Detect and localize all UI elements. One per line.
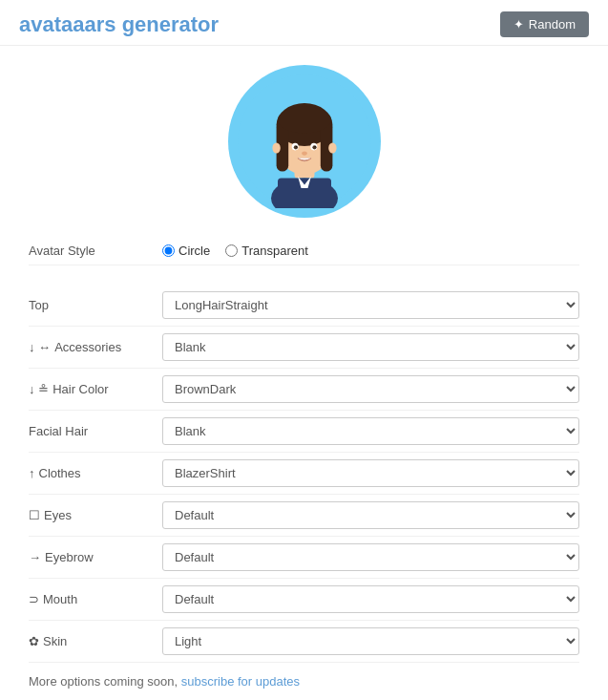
clothes-select[interactable]: BlazerShirtBlazerSweaterCollarSweaterGra… (162, 459, 579, 487)
eyebrow-icon: → (29, 550, 41, 564)
avatar-preview-area (0, 46, 608, 227)
mouth-label: ⊃Mouth (29, 592, 162, 606)
eyebrow-select[interactable]: DefaultAngryAngryNaturalDefaultNaturalFl… (162, 543, 579, 571)
style-circle-radio[interactable] (162, 244, 175, 257)
eyes-label-text: Eyes (44, 508, 72, 522)
eyebrow-label: →Eyebrow (29, 550, 162, 564)
avatar-svg (238, 74, 371, 208)
dynamic-controls: TopLongHairStraightShortHairShortFlatLon… (0, 285, 608, 663)
avatar-style-label: Avatar Style (29, 244, 162, 258)
accessories-icon: ↓ ↔ (29, 340, 51, 354)
facial-hair-row: Facial HairBlankBeardMediumBeardLightBea… (29, 411, 579, 453)
style-circle-label: Circle (178, 244, 210, 258)
hair-color-row: ↓ ≗Hair ColorBrownDarkBrownBlackBlondeBl… (29, 369, 579, 411)
avatar-style-row: Avatar Style Circle Transparent (29, 237, 579, 265)
skin-label: ✿Skin (29, 634, 162, 648)
style-transparent-radio[interactable] (225, 244, 238, 257)
svg-point-9 (278, 107, 331, 134)
hair-color-select[interactable]: BrownDarkBrownBlackBlondeBlondeGoldenAub… (162, 375, 579, 403)
facial-hair-label-text: Facial Hair (29, 424, 88, 438)
eyebrow-input-wrapper: DefaultAngryAngryNaturalDefaultNaturalFl… (162, 543, 579, 571)
more-options-text: More options coming soon, (29, 674, 178, 689)
skin-select[interactable]: LightTannedYellowPaleGoldBrownDarkBrownB… (162, 627, 579, 655)
svg-rect-3 (278, 179, 331, 209)
mouth-select[interactable]: DefaultConcernedDisbeliefEatingGrimaceSa… (162, 585, 579, 613)
app-title: avataaars generator (19, 12, 219, 37)
eyes-icon: ☐ (29, 508, 40, 522)
clothes-label-text: Clothes (39, 466, 81, 480)
hair-color-label-text: Hair Color (52, 382, 109, 396)
clothes-label: ↑Clothes (29, 466, 162, 480)
svg-point-18 (328, 142, 336, 153)
facial-hair-select[interactable]: BlankBeardMediumBeardLightBeardMagesticM… (162, 417, 579, 445)
eyes-select[interactable]: DefaultCloseCryDizzyEyeRollHappyHeartsSi… (162, 501, 579, 529)
skin-icon: ✿ (29, 634, 39, 648)
random-icon: ✦ (514, 17, 524, 32)
clothes-row: ↑ClothesBlazerShirtBlazerSweaterCollarSw… (29, 453, 579, 495)
random-button[interactable]: ✦ Random (500, 11, 589, 37)
svg-point-13 (312, 145, 316, 149)
accessories-label: ↓ ↔Accessories (29, 340, 162, 354)
random-label: Random (529, 17, 576, 32)
clothes-icon: ↑ (29, 466, 35, 480)
facial-hair-input-wrapper: BlankBeardMediumBeardLightBeardMagesticM… (162, 417, 579, 445)
style-circle-option[interactable]: Circle (162, 244, 210, 258)
eyes-input-wrapper: DefaultCloseCryDizzyEyeRollHappyHeartsSi… (162, 501, 579, 529)
avatar-circle (228, 65, 381, 218)
svg-point-12 (293, 145, 297, 149)
mouth-label-text: Mouth (43, 592, 77, 606)
footer-text: More options coming soon, subscribe for … (0, 663, 608, 694)
skin-row: ✿SkinLightTannedYellowPaleGoldBrownDarkB… (29, 621, 579, 663)
top-label: Top (29, 298, 162, 312)
svg-point-14 (295, 146, 296, 147)
mouth-row: ⊃MouthDefaultConcernedDisbeliefEatingGri… (29, 579, 579, 621)
facial-hair-label: Facial Hair (29, 424, 162, 438)
eyes-row: ☐EyesDefaultCloseCryDizzyEyeRollHappyHea… (29, 495, 579, 537)
style-transparent-option[interactable]: Transparent (225, 244, 308, 258)
skin-input-wrapper: LightTannedYellowPaleGoldBrownDarkBrownB… (162, 627, 579, 655)
eyebrow-label-text: Eyebrow (45, 550, 94, 564)
eyebrow-row: →EyebrowDefaultAngryAngryNaturalDefaultN… (29, 537, 579, 579)
svg-point-15 (314, 146, 315, 147)
top-row: TopLongHairStraightShortHairShortFlatLon… (29, 285, 579, 327)
svg-point-16 (302, 152, 307, 156)
top-select[interactable]: LongHairStraightShortHairShortFlatLongHa… (162, 291, 579, 319)
controls-panel: Avatar Style Circle Transparent (0, 227, 608, 285)
accessories-label-text: Accessories (54, 340, 121, 354)
mouth-icon: ⊃ (29, 592, 39, 606)
top-input-wrapper: LongHairStraightShortHairShortFlatLongHa… (162, 291, 579, 319)
hair-color-label: ↓ ≗Hair Color (29, 382, 162, 396)
hair-color-input-wrapper: BrownDarkBrownBlackBlondeBlondeGoldenAub… (162, 375, 579, 403)
download-buttons-area: ⬇ Download PNG ⬇ Download SVG ⟨/⟩ Show R… (0, 694, 608, 700)
accessories-input-wrapper: BlankKurtPrescription01Prescription02Rou… (162, 333, 579, 361)
hair-color-icon: ↓ ≗ (29, 382, 49, 396)
avatar-style-input: Circle Transparent (162, 244, 579, 258)
svg-point-17 (272, 142, 280, 153)
mouth-input-wrapper: DefaultConcernedDisbeliefEatingGrimaceSa… (162, 585, 579, 613)
clothes-input-wrapper: BlazerShirtBlazerSweaterCollarSweaterGra… (162, 459, 579, 487)
top-label-text: Top (29, 298, 49, 312)
skin-label-text: Skin (43, 634, 67, 648)
accessories-select[interactable]: BlankKurtPrescription01Prescription02Rou… (162, 333, 579, 361)
accessories-row: ↓ ↔AccessoriesBlankKurtPrescription01Pre… (29, 327, 579, 369)
eyes-label: ☐Eyes (29, 508, 162, 522)
style-transparent-label: Transparent (241, 244, 308, 258)
subscribe-link[interactable]: subscribe for updates (181, 674, 300, 689)
